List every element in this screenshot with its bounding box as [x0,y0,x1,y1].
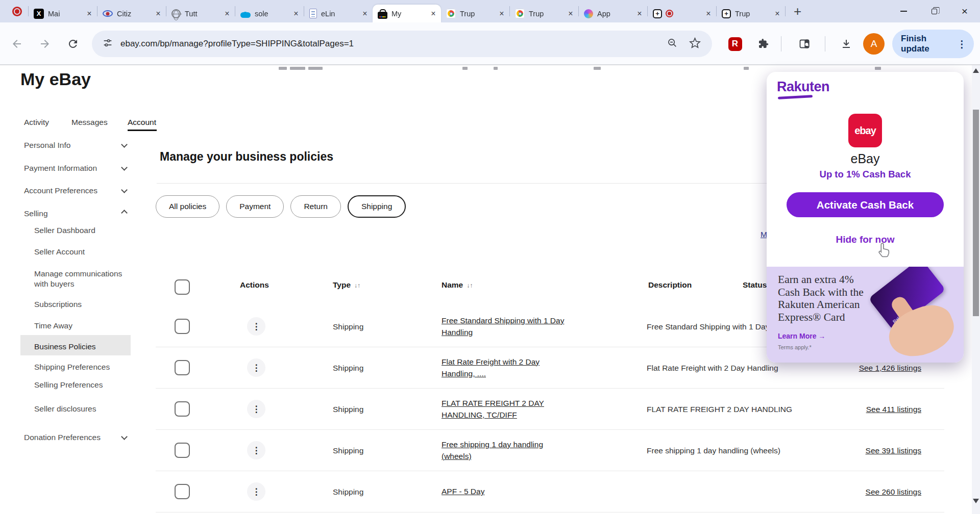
url-text[interactable]: ebay.com/bp/manage?profileType=SHIPPING&… [120,39,667,49]
policy-name-link[interactable]: Free Standard Shipping with 1 Day Handli… [442,306,569,347]
chevron-up-icon[interactable] [121,210,128,216]
scrollbar-thumb[interactable] [973,110,979,316]
table-row: ⋮ShippingFree shipping 1 day handling (w… [0,430,980,471]
browser-tab[interactable]: Tutt× [166,5,235,22]
policy-name-link[interactable]: Flat Rate Freight with 2 Day Handling, .… [442,347,569,389]
tab-activity[interactable]: Activity [24,118,49,127]
forward-button[interactable] [39,38,51,50]
tab-close-icon[interactable]: × [360,9,370,18]
filter-payment[interactable]: Payment [226,195,284,218]
minimize-button[interactable] [888,0,919,22]
chevron-down-icon[interactable] [121,187,128,193]
policy-name-link[interactable]: FLAT RATE FREIGHT 2 DAY HANDLING, TC/DIF… [442,389,569,430]
scrollbar-down-arrow[interactable] [973,499,979,503]
finish-update-button[interactable]: Finish update ⋮ [892,30,974,58]
row-checkbox[interactable] [175,319,190,334]
close-window-button[interactable]: × [949,0,980,22]
tab-close-icon[interactable]: × [497,9,506,18]
browser-tab[interactable]: eLin× [304,5,373,22]
policy-filters: All policiesPaymentReturnShipping [156,195,406,218]
row-checkbox[interactable] [175,360,190,375]
browser-tab[interactable]: Trup× [441,5,509,22]
tab-account[interactable]: Account [128,118,156,127]
tab-close-icon[interactable]: × [635,9,644,18]
browser-tab[interactable]: sole× [235,5,304,22]
tab-close-icon[interactable]: × [429,9,438,18]
zoom-out-page-icon[interactable] [667,37,678,50]
recording-indicator-icon [12,7,22,16]
tab-close-icon[interactable]: × [773,9,782,18]
filter-all-policies[interactable]: All policies [156,195,219,218]
bookmark-star-icon[interactable] [689,37,701,51]
see-listings-link[interactable]: See 411 listings [866,389,921,430]
col-header-actions: Actions [240,280,269,290]
row-checkbox[interactable] [175,401,190,417]
sidebar-item-manage-communications-with-buyers[interactable]: Manage communications with buyers [34,269,124,289]
sort-icon[interactable]: ↓↑ [354,282,360,289]
sidebar-item-seller-dashboard[interactable]: Seller Dashboard [34,225,124,236]
row-actions-menu[interactable]: ⋮ [247,358,265,377]
hide-for-now-link[interactable]: Hide for now [767,234,964,245]
sidebar-section-account-preferences[interactable]: Account Preferences [24,186,97,196]
row-actions-menu[interactable]: ⋮ [247,441,265,459]
extensions-puzzle-icon[interactable] [756,37,770,51]
artifact-fragment [279,67,287,70]
address-bar[interactable]: ebay.com/bp/manage?profileType=SHIPPING&… [92,31,712,57]
activate-cashback-button[interactable]: Activate Cash Back [787,192,944,217]
site-info-icon[interactable] [102,37,113,50]
partial-manage-link[interactable]: M [761,230,767,239]
tab-label: Trup [529,10,565,18]
filter-shipping[interactable]: Shipping [348,195,406,218]
browser-tab-active[interactable]: My× [373,5,441,22]
window-controls: × [888,0,980,22]
rakuten-extension-icon[interactable]: R [728,37,742,51]
sidebar-section-payment-information[interactable]: Payment Information [24,163,97,173]
tab-close-icon[interactable]: × [154,9,163,18]
select-all-checkbox[interactable] [175,279,190,295]
browser-menu-icon[interactable]: ⋮ [957,38,967,50]
restore-button[interactable] [919,0,949,22]
tab-close-icon[interactable]: × [223,9,232,18]
see-listings-link[interactable]: See 391 listings [866,430,921,471]
profile-avatar[interactable]: A [863,33,885,55]
row-checkbox[interactable] [175,484,190,499]
row-actions-menu[interactable]: ⋮ [247,400,265,418]
policy-name-link[interactable]: APF - 5 Day [442,471,569,512]
see-listings-link[interactable]: See 260 listings [866,471,921,512]
col-header-type[interactable]: Type↓↑ [333,280,360,290]
eye-icon [103,10,113,17]
policy-name-link[interactable]: Free shipping 1 day handling (wheels) [442,430,569,471]
browser-tab[interactable]: Trup× [510,5,578,22]
back-button[interactable] [11,38,23,50]
tab-close-icon[interactable]: × [85,9,94,18]
tab-messages[interactable]: Messages [71,118,108,127]
sidebar-item-seller-account[interactable]: Seller Account [34,247,124,257]
learn-more-link[interactable]: Learn More → [778,332,825,340]
row-checkbox[interactable] [175,443,190,458]
browser-tab[interactable]: Trup× [717,5,785,22]
rakuten-popup: Rakuten ebay eBay Up to 1% Cash Back Act… [767,72,964,363]
scrollbar-up-arrow[interactable] [973,68,979,73]
row-actions-menu[interactable]: ⋮ [247,317,265,336]
tab-close-icon[interactable]: × [291,9,301,18]
download-icon[interactable] [839,37,853,51]
amex-banner[interactable]: Rakuten Earn an extra 4%Cash Back with t… [767,267,964,363]
reload-button[interactable] [67,38,79,50]
side-panel-search-icon[interactable] [797,37,812,51]
chevron-down-icon[interactable] [121,141,128,148]
sidebar-section-personal-info[interactable]: Personal Info [24,140,70,150]
chevron-down-icon[interactable] [121,164,128,171]
sidebar-section-selling[interactable]: Selling [24,209,48,219]
col-header-name[interactable]: Name↓↑ [442,280,473,290]
sort-icon[interactable]: ↓↑ [467,282,473,289]
policy-description: FLAT RATE FREIGHT 2 DAY HANDLING [647,389,866,430]
tab-close-icon[interactable]: × [566,9,575,18]
browser-tab[interactable]: × [648,5,716,22]
tab-close-icon[interactable]: × [704,9,713,18]
filter-return[interactable]: Return [290,195,341,218]
browser-tab[interactable]: Citiz× [97,5,166,22]
browser-tab[interactable]: XMai× [29,5,97,22]
browser-tab[interactable]: App× [579,5,647,22]
new-tab-button[interactable]: + [794,4,801,19]
row-actions-menu[interactable]: ⋮ [247,482,265,501]
